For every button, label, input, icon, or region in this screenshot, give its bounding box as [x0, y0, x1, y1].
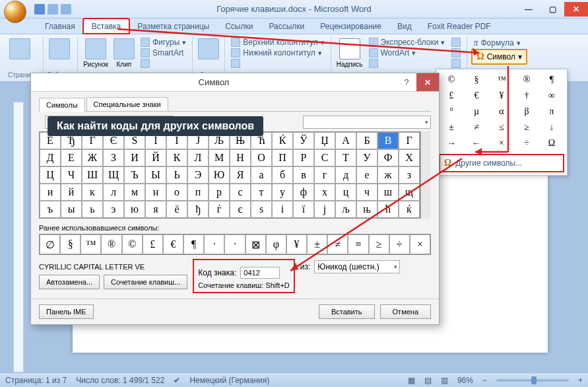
recent-cell[interactable]: ≥ — [369, 234, 389, 254]
char-cell[interactable]: Ш — [82, 166, 103, 184]
char-cell[interactable]: ѓ — [209, 201, 230, 218]
char-cell[interactable]: Т — [335, 149, 356, 166]
autocorrect-button[interactable]: Автозамена... — [39, 275, 100, 289]
char-cell[interactable]: О — [251, 149, 272, 166]
tab-foxit[interactable]: Foxit Reader PDF — [420, 19, 499, 34]
save-icon[interactable] — [34, 4, 45, 15]
ime-panel-button[interactable]: Панель IME — [39, 304, 94, 319]
char-cell[interactable]: Ц — [40, 166, 61, 184]
dropcap-button[interactable] — [367, 58, 447, 69]
char-cell[interactable]: ь — [82, 201, 103, 218]
shortcut-key-button[interactable]: Сочетание клавиш... — [104, 275, 187, 289]
char-cell[interactable]: й — [61, 184, 82, 201]
recent-cell[interactable]: ≠ — [327, 234, 348, 254]
tab-mailings[interactable]: Рассылки — [261, 19, 312, 34]
char-cell[interactable]: Џ — [314, 132, 335, 149]
code-input[interactable] — [240, 267, 280, 279]
char-cell[interactable]: П — [272, 149, 293, 166]
char-cell[interactable]: Я — [230, 166, 251, 184]
status-proofing-icon[interactable]: ✔ — [174, 376, 180, 385]
char-cell[interactable]: Л — [187, 149, 209, 166]
insert-button[interactable]: Вставить — [319, 304, 375, 319]
office-button[interactable] — [0, 0, 30, 18]
symbol-panel-cell[interactable]: ← — [464, 135, 489, 151]
symbol-panel-cell[interactable]: µ — [464, 104, 489, 120]
char-cell[interactable]: И — [124, 149, 145, 166]
symbol-button[interactable]: Ω Символ ▾ — [471, 49, 527, 65]
char-cell[interactable]: э — [103, 201, 124, 218]
symbol-panel-cell[interactable]: Ω — [539, 135, 564, 151]
char-cell[interactable]: ю — [124, 201, 145, 218]
table-button[interactable] — [48, 37, 71, 61]
char-cell[interactable]: п — [187, 184, 209, 201]
char-cell[interactable]: є — [230, 201, 251, 218]
char-cell[interactable]: я — [145, 201, 166, 218]
char-cell[interactable]: У — [356, 149, 377, 166]
tab-view[interactable]: Вид — [389, 19, 420, 34]
dialog-close-button[interactable]: ✕ — [416, 73, 439, 91]
char-cell[interactable]: к — [82, 184, 103, 201]
char-cell[interactable]: і — [272, 201, 293, 218]
char-cell[interactable]: Б — [356, 132, 377, 149]
char-cell[interactable]: Ф — [377, 149, 399, 166]
subset-combo[interactable] — [303, 116, 431, 129]
char-cell[interactable]: о — [166, 184, 187, 201]
recent-cell[interactable]: × — [410, 234, 430, 254]
recent-cell[interactable]: ® — [101, 234, 121, 254]
dialog-help-button[interactable]: ? — [397, 78, 416, 87]
char-cell[interactable]: В — [377, 132, 399, 149]
redo-icon[interactable] — [61, 4, 71, 15]
recent-cell[interactable]: · — [204, 234, 224, 254]
clip-button[interactable]: Клип — [112, 37, 136, 69]
symbol-panel-cell[interactable]: ¶ — [539, 72, 564, 88]
dialog-tab-special[interactable]: Специальные знаки — [86, 97, 168, 111]
from-combo[interactable]: Юникод (шестн.) — [314, 260, 400, 273]
char-cell[interactable]: д — [335, 166, 356, 184]
char-cell[interactable]: Ч — [61, 166, 82, 184]
recent-cell[interactable]: ¶ — [183, 234, 204, 254]
char-cell[interactable]: Ь — [166, 166, 187, 184]
recent-cell[interactable]: € — [163, 234, 183, 254]
zoom-out-button[interactable]: − — [482, 376, 487, 385]
grid-scrollbar[interactable] — [420, 131, 431, 219]
recent-symbols-grid[interactable]: ∅§™®©£€¶··⊠φ¥±≠≡≥÷× — [39, 234, 431, 255]
char-cell[interactable]: е — [356, 166, 377, 184]
char-cell[interactable]: ш — [377, 184, 399, 201]
recent-cell[interactable]: ™ — [81, 234, 101, 254]
recent-cell[interactable]: ≡ — [348, 234, 368, 254]
pages-button[interactable] — [8, 37, 32, 61]
undo-icon[interactable] — [48, 4, 58, 15]
chart-button[interactable] — [139, 58, 188, 69]
symbol-panel-cell[interactable]: ° — [439, 104, 464, 120]
obj-button[interactable] — [449, 58, 463, 69]
char-cell[interactable]: в — [293, 166, 314, 184]
char-cell[interactable]: л — [103, 184, 124, 201]
char-cell[interactable]: Ў — [293, 132, 314, 149]
symbol-panel-cell[interactable]: → — [439, 135, 464, 151]
zoom-level[interactable]: 96% — [457, 376, 473, 385]
status-page[interactable]: Страница: 1 из 7 — [5, 376, 67, 385]
char-cell[interactable]: ё — [166, 201, 187, 218]
char-cell[interactable]: ч — [356, 184, 377, 201]
status-language[interactable]: Немецкий (Германия) — [189, 376, 269, 385]
sig-button[interactable] — [449, 37, 463, 48]
char-cell[interactable]: Ъ — [124, 166, 145, 184]
symbol-panel-cell[interactable]: † — [514, 88, 539, 104]
char-cell[interactable]: ф — [293, 184, 314, 201]
char-cell[interactable]: а — [251, 166, 272, 184]
char-cell[interactable]: ђ — [187, 201, 209, 218]
links-button[interactable] — [197, 37, 220, 61]
char-cell[interactable]: М — [209, 149, 230, 166]
symbol-panel-cell[interactable]: × — [489, 135, 514, 151]
char-cell[interactable]: А — [335, 132, 356, 149]
char-cell[interactable]: ц — [335, 184, 356, 201]
character-grid[interactable]: ЁЂЃЄЅІЇЈЉЊЋЌЎЏАБВГДЕЖЗИЙКЛМНОПРСТУФХЦЧШЩ… — [39, 131, 420, 219]
symbol-panel-cell[interactable]: £ — [439, 88, 464, 104]
symbol-panel-cell[interactable]: π — [539, 104, 564, 120]
char-cell[interactable]: г — [314, 166, 335, 184]
char-cell[interactable]: н — [145, 184, 166, 201]
char-cell[interactable]: љ — [335, 201, 356, 218]
view-print-icon[interactable]: ▦ — [408, 376, 415, 385]
header-button[interactable]: Верхний колонтитул ▾ — [229, 37, 326, 48]
picture-button[interactable]: Рисунок — [82, 37, 110, 69]
